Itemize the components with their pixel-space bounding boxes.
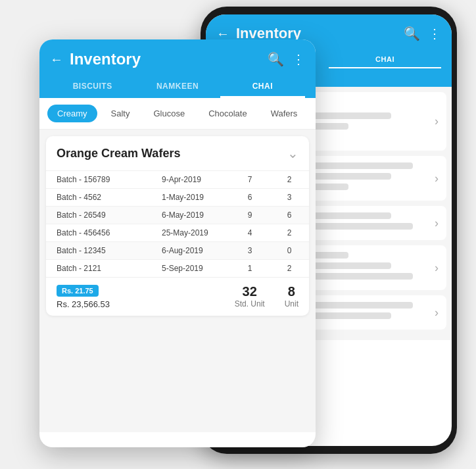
front-more-icon[interactable]: ⋮ [292,51,305,67]
unit-qty: 8 [285,284,298,299]
filter-wafers[interactable]: Wafers [261,105,308,122]
table-row: Batch - 12345 6-Aug-2019 3 0 [46,242,309,260]
date-cell: 5-Sep-2019 [151,260,230,278]
batch-cell: Batch - 456456 [46,224,151,242]
date-cell: 6-Aug-2019 [151,242,230,260]
date-cell: 1-May-2019 [151,189,230,207]
more-options-icon[interactable]: ⋮ [428,26,441,41]
filter-glucose[interactable]: Glucose [143,105,195,122]
total-value: Rs. 23,566.53 [57,299,110,309]
table-row: Batch - 456456 25-May-2019 4 2 [46,224,309,242]
inv-footer-right: 32 Std. Unit 8 Unit [235,284,298,309]
tab-chai[interactable]: CHAI [220,76,305,98]
qty1-cell: 6 [230,189,270,207]
filter-creamy[interactable]: Creamy [47,105,97,122]
batch-cell: Batch - 26549 [46,207,151,224]
inv-card-title: Orange Cream Wafers [57,147,180,160]
filter-chocolate[interactable]: Chocolate [199,105,257,122]
qty2-cell: 2 [270,171,309,189]
qty1-cell: 9 [230,207,270,224]
date-cell: 6-May-2019 [151,207,230,224]
unit-label: Unit [285,299,298,309]
batch-cell: Batch - 2121 [46,260,151,278]
qty2-cell: 3 [270,189,309,207]
inv-card-header[interactable]: Orange Cream Wafers ⌄ [46,136,309,170]
front-header: ← Inventory 🔍 ⋮ BISCUITS NAMKEEN CHAI [39,39,316,98]
back-tab-chai[interactable]: CHAI [329,51,441,68]
table-row: Batch - 156789 9-Apr-2019 7 2 [46,171,309,189]
batch-cell: Batch - 4562 [46,189,151,207]
chevron-right-icon: › [435,172,439,185]
qty2-cell: 2 [270,260,309,278]
front-back-arrow-icon[interactable]: ← [50,52,63,67]
front-header-icons: 🔍 ⋮ [268,51,305,67]
qty1-cell: 7 [230,171,270,189]
qty-col: 32 Std. Unit [235,284,265,309]
price-tag: Rs. 21.75 [57,285,99,297]
table-row: Batch - 2121 5-Sep-2019 1 2 [46,260,309,278]
qty1-cell: 1 [230,260,270,278]
total-qty: 32 [235,284,265,299]
back-header-icons: 🔍 ⋮ [404,26,441,41]
table-row: Batch - 4562 1-May-2019 6 3 [46,189,309,207]
chevron-right-icon: › [435,114,439,128]
tab-namkeen[interactable]: NAMKEEN [135,76,220,98]
qty2-cell: 2 [270,224,309,242]
date-cell: 9-Apr-2019 [151,171,230,189]
batch-cell: Batch - 156789 [46,171,151,189]
inventory-table: Batch - 156789 9-Apr-2019 7 2 Batch - 45… [46,170,309,277]
chevron-right-icon: › [435,261,439,275]
chevron-right-icon: › [435,216,439,230]
chevron-down-icon: ⌄ [287,145,298,161]
filter-salty[interactable]: Salty [101,105,140,122]
qty1-cell: 4 [230,224,270,242]
tab-biscuits[interactable]: BISCUITS [50,76,135,98]
front-search-icon[interactable]: 🔍 [268,51,284,67]
qty-label: Std. Unit [235,299,265,309]
table-row: Batch - 26549 6-May-2019 9 6 [46,207,309,224]
qty2-cell: 0 [270,242,309,260]
filter-row: Creamy Salty Glucose Chocolate Wafers [39,98,316,130]
search-icon[interactable]: 🔍 [404,26,420,41]
qty2-cell: 6 [270,207,309,224]
inventory-card: Orange Cream Wafers ⌄ Batch - 156789 9-A… [46,136,309,316]
chevron-right-icon: › [435,306,439,320]
inv-footer-left: Rs. 21.75 Rs. 23,566.53 [57,284,110,309]
inv-footer: Rs. 21.75 Rs. 23,566.53 32 Std. Unit 8 U… [46,277,309,316]
qty1-cell: 3 [230,242,270,260]
batch-cell: Batch - 12345 [46,242,151,260]
phone-front: ← Inventory 🔍 ⋮ BISCUITS NAMKEEN CHAI Cr… [39,39,316,447]
unit-col: 8 Unit [285,284,298,309]
front-title: ← Inventory [50,50,141,68]
front-tabs: BISCUITS NAMKEEN CHAI [50,76,305,98]
date-cell: 25-May-2019 [151,224,230,242]
front-content: Orange Cream Wafers ⌄ Batch - 156789 9-A… [39,130,316,432]
